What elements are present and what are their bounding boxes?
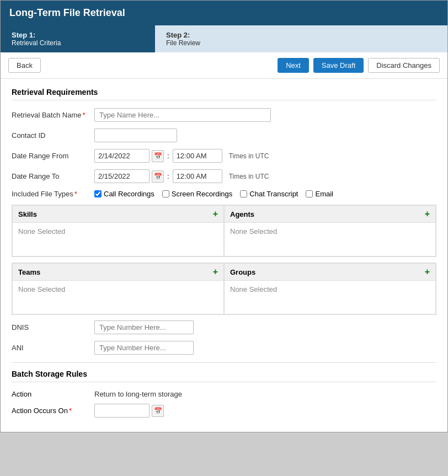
teams-none-selected: None Selected — [13, 281, 223, 314]
email-checkbox[interactable] — [306, 190, 313, 197]
ani-label: ANI — [12, 344, 94, 352]
groups-none-selected: None Selected — [225, 281, 435, 314]
date-to-group: 📅 : Times in UTC — [94, 169, 269, 183]
date-from-time-input[interactable] — [173, 149, 222, 163]
section-title: Retrieval Requirements — [12, 88, 436, 100]
date-to-row: Date Range To 📅 : Times in UTC — [12, 169, 436, 183]
date-to-label: Date Range To — [12, 172, 94, 180]
email-checkbox-label[interactable]: Email — [306, 190, 333, 198]
ani-row: ANI — [12, 341, 436, 355]
skills-none-selected: None Selected — [13, 223, 223, 256]
back-button[interactable]: Back — [8, 58, 41, 73]
save-draft-button[interactable]: Save Draft — [313, 58, 364, 73]
action-value: Return to long-term storage — [94, 390, 182, 398]
filter-grid-top: Skills + None Selected Agents + None Sel… — [12, 205, 436, 257]
action-date-calendar-icon[interactable]: 📅 — [152, 405, 164, 417]
agents-none-selected: None Selected — [225, 223, 435, 256]
agents-filter-header: Agents + — [225, 206, 435, 223]
batch-name-input[interactable] — [94, 108, 271, 122]
date-to-time-input[interactable] — [173, 169, 222, 183]
action-date-group: 📅 — [94, 404, 164, 418]
screen-recordings-label: Screen Recordings — [172, 190, 233, 198]
call-recordings-checkbox[interactable] — [94, 190, 102, 197]
utc-from-label: Times in UTC — [229, 152, 269, 160]
agents-add-icon[interactable]: + — [425, 209, 430, 219]
step1-sublabel: Retrieval Criteria — [12, 39, 144, 47]
next-button[interactable]: Next — [278, 58, 309, 73]
app-title: Long-Term File Retrieval — [9, 7, 125, 18]
utc-to-label: Times in UTC — [229, 173, 269, 180]
action-row: Action Return to long-term storage — [12, 390, 436, 398]
contact-id-row: Contact ID — [12, 129, 436, 142]
date-to-calendar-icon[interactable]: 📅 — [152, 170, 164, 183]
file-types-group: Call Recordings Screen Recordings Chat T… — [94, 190, 333, 198]
teams-label: Teams — [18, 268, 40, 276]
dnis-row: DNIS — [12, 320, 436, 334]
file-types-row: Included File Types* Call Recordings Scr… — [12, 190, 436, 198]
dnis-label: DNIS — [12, 323, 94, 331]
email-label: Email — [315, 190, 333, 198]
groups-add-icon[interactable]: + — [425, 267, 430, 277]
filter-grid-bottom: Teams + None Selected Groups + None Sele… — [12, 263, 436, 315]
groups-filter-cell: Groups + None Selected — [224, 263, 436, 314]
action-label: Action — [12, 390, 94, 398]
chat-transcript-checkbox[interactable] — [240, 190, 247, 197]
date-from-group: 📅 : Times in UTC — [94, 149, 269, 163]
teams-add-icon[interactable]: + — [213, 267, 218, 277]
agents-filter-cell: Agents + None Selected — [224, 205, 436, 256]
contact-id-input[interactable] — [94, 129, 177, 142]
toolbar: Back Next Save Draft Discard Changes — [1, 52, 447, 79]
content-area: Retrieval Requirements Retrieval Batch N… — [1, 79, 447, 432]
screen-recordings-checkbox-label[interactable]: Screen Recordings — [162, 190, 233, 198]
main-window: Long-Term File Retrieval Step 1: Retriev… — [0, 0, 448, 432]
step2-sublabel: File Review — [166, 39, 436, 47]
call-recordings-label: Call Recordings — [104, 190, 154, 198]
batch-name-row: Retrieval Batch Name* — [12, 108, 436, 122]
date-to-input[interactable] — [94, 169, 150, 183]
action-occurs-row: Action Occurs On* 📅 — [12, 404, 436, 418]
step1[interactable]: Step 1: Retrieval Criteria — [1, 25, 155, 52]
file-types-label: Included File Types* — [12, 190, 94, 198]
skills-filter-cell: Skills + None Selected — [12, 205, 224, 256]
date-from-input[interactable] — [94, 149, 150, 163]
groups-filter-header: Groups + — [225, 264, 435, 281]
title-bar: Long-Term File Retrieval — [1, 1, 447, 25]
skills-add-icon[interactable]: + — [213, 209, 218, 219]
batch-name-label: Retrieval Batch Name* — [12, 111, 94, 119]
date-from-calendar-icon[interactable]: 📅 — [152, 150, 164, 162]
step1-label: Step 1: — [12, 31, 144, 39]
batch-storage-title: Batch Storage Rules — [12, 370, 436, 382]
skills-filter-header: Skills + — [13, 206, 223, 223]
step2-label: Step 2: — [166, 31, 436, 39]
date-from-row: Date Range From 📅 : Times in UTC — [12, 149, 436, 163]
ani-input[interactable] — [94, 341, 194, 355]
call-recordings-checkbox-label[interactable]: Call Recordings — [94, 190, 154, 198]
dnis-input[interactable] — [94, 320, 194, 334]
step2[interactable]: Step 2: File Review — [155, 25, 447, 52]
action-date-input[interactable] — [94, 404, 150, 418]
date-from-label: Date Range From — [12, 152, 94, 160]
teams-filter-header: Teams + — [13, 264, 223, 281]
chat-transcript-checkbox-label[interactable]: Chat Transcript — [240, 190, 298, 198]
step-bar: Step 1: Retrieval Criteria Step 2: File … — [1, 25, 447, 52]
chat-transcript-label: Chat Transcript — [249, 190, 298, 198]
discard-button[interactable]: Discard Changes — [368, 58, 440, 73]
teams-filter-cell: Teams + None Selected — [12, 263, 224, 314]
contact-id-label: Contact ID — [12, 131, 94, 140]
batch-storage-section: Batch Storage Rules Action Return to lon… — [12, 362, 436, 418]
action-occurs-label: Action Occurs On* — [12, 407, 94, 415]
agents-label: Agents — [230, 210, 254, 218]
screen-recordings-checkbox[interactable] — [162, 190, 169, 197]
groups-label: Groups — [230, 268, 255, 276]
skills-label: Skills — [18, 210, 37, 218]
